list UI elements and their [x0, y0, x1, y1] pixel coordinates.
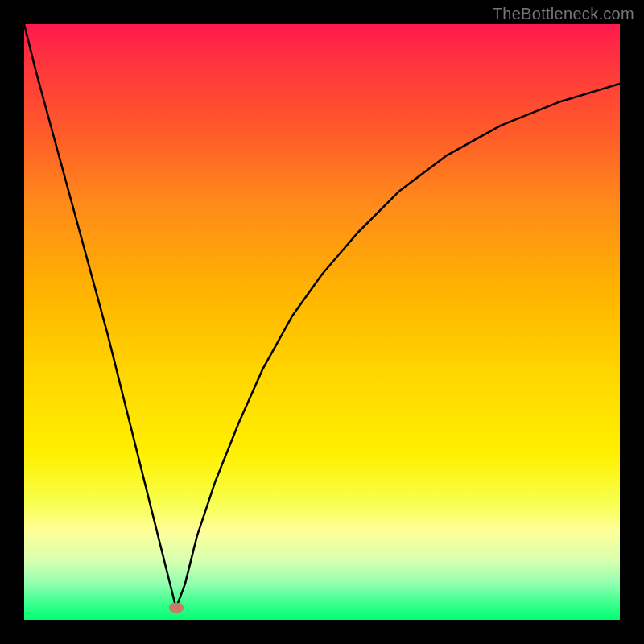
curve-svg: [24, 24, 620, 620]
watermark-text: TheBottleneck.com: [493, 5, 634, 23]
bottleneck-curve: [24, 24, 620, 608]
chart-frame: TheBottleneck.com: [0, 0, 644, 644]
plot-area: [24, 24, 620, 620]
optimal-point-marker: [169, 603, 184, 613]
